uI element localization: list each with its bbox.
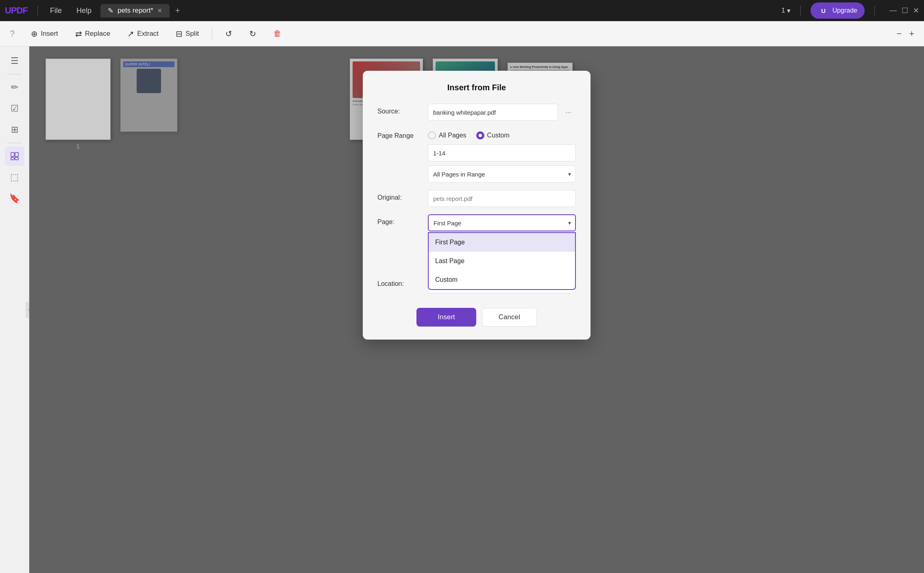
split-label: Split xyxy=(185,30,199,38)
cancel-button[interactable]: Cancel xyxy=(482,308,537,327)
replace-button[interactable]: ⇄ Replace xyxy=(68,26,118,42)
page-range-control: All Pages Custom xyxy=(428,128,576,183)
help-icon[interactable]: ? xyxy=(10,28,15,39)
upgrade-button[interactable]: U Upgrade xyxy=(811,2,865,19)
toolbar-right: − + xyxy=(896,28,914,39)
split-icon: ⊟ xyxy=(176,29,183,39)
tab-label: pets report* xyxy=(118,7,153,15)
page-nav-arrow[interactable]: ▾ xyxy=(787,7,791,15)
user-avatar: U xyxy=(818,5,829,16)
source-more-button[interactable]: ··· xyxy=(561,105,576,120)
page-dropdown-control: First Page Last Page Custom ▾ First Page… xyxy=(428,214,576,231)
extract-button[interactable]: ↗ Extract xyxy=(120,26,166,42)
svg-rect-1 xyxy=(15,153,18,157)
insert-button[interactable]: ⊕ Insert xyxy=(24,26,65,42)
page-number: 1 xyxy=(781,7,785,15)
location-label: Location: xyxy=(377,276,422,288)
sidebar-item-organize[interactable]: ⊞ xyxy=(5,120,24,139)
zoom-in-button[interactable]: + xyxy=(909,28,914,39)
all-pages-option[interactable]: All Pages xyxy=(428,131,466,139)
sidebar-separator-2 xyxy=(7,143,22,143)
rotate-left-icon: ↺ xyxy=(225,29,232,39)
source-control: ··· xyxy=(428,104,576,121)
all-pages-label: All Pages xyxy=(439,132,466,139)
upgrade-label: Upgrade xyxy=(832,7,857,14)
page-range-row: Page Range All Pages Custom xyxy=(377,128,576,183)
replace-icon: ⇄ xyxy=(75,29,82,39)
tab-icon: ✎ xyxy=(108,7,113,15)
radio-group: All Pages Custom xyxy=(428,128,576,139)
dialog-title: Insert from File xyxy=(377,83,576,92)
page-label: Page: xyxy=(377,214,422,226)
menu-file[interactable]: File xyxy=(44,5,68,17)
split-button[interactable]: ⊟ Split xyxy=(168,26,206,42)
source-label: Source: xyxy=(377,104,422,115)
page-navigator[interactable]: 1 ▾ xyxy=(781,7,790,15)
dropdown-first-page[interactable]: First Page xyxy=(429,233,575,252)
menu-help[interactable]: Help xyxy=(71,5,97,17)
svg-rect-3 xyxy=(15,157,18,160)
range-dropdown[interactable]: All Pages in Range xyxy=(428,166,576,183)
insert-icon: ⊕ xyxy=(31,29,38,39)
sidebar-item-pages[interactable]: ☰ xyxy=(5,51,24,71)
window-controls: — ☐ ✕ xyxy=(889,6,919,15)
rotate-right-button[interactable]: ↻ xyxy=(242,26,264,42)
custom-label: Custom xyxy=(487,132,510,139)
insert-button[interactable]: Insert xyxy=(416,308,476,327)
page-row: Page: First Page Last Page Custom ▾ xyxy=(377,214,576,231)
app-logo: UPDF xyxy=(5,5,28,16)
rotate-right-icon: ↻ xyxy=(249,29,256,39)
sidebar-separator-1 xyxy=(7,74,22,74)
original-control xyxy=(428,190,576,207)
sidebar-item-edit[interactable]: ✏ xyxy=(5,78,24,97)
toolbar-separator xyxy=(212,28,212,39)
dialog-buttons: Insert Cancel xyxy=(377,308,576,327)
main-area: ☰ ✏ ☑ ⊞ ⬚ 🔖 › 1 xyxy=(0,46,924,573)
custom-option[interactable]: Custom xyxy=(476,131,510,139)
zoom-out-button[interactable]: − xyxy=(896,28,902,39)
sep2 xyxy=(800,6,801,15)
delete-icon: 🗑 xyxy=(273,29,281,38)
svg-rect-2 xyxy=(11,157,14,160)
new-tab-button[interactable]: + xyxy=(175,6,180,15)
content-area: 1 SUPER INTELI Animals Helping People xyxy=(29,46,924,573)
page-dropdown[interactable]: First Page Last Page Custom xyxy=(428,214,576,231)
more-icon: ··· xyxy=(565,108,571,117)
page-range-label: Page Range xyxy=(377,128,422,139)
original-input[interactable] xyxy=(428,190,576,207)
titlebar-separator xyxy=(37,6,38,15)
rotate-left-button[interactable]: ↺ xyxy=(218,26,240,42)
sidebar-item-comment[interactable]: ☑ xyxy=(5,99,24,118)
active-tab[interactable]: ✎ pets report* ✕ xyxy=(100,4,170,17)
sep3 xyxy=(874,6,875,15)
original-row: Original: xyxy=(377,190,576,207)
avatar-letter: U xyxy=(821,7,826,14)
tab-close-button[interactable]: ✕ xyxy=(157,7,162,14)
custom-radio[interactable] xyxy=(476,131,484,139)
range-input[interactable] xyxy=(428,144,576,161)
titlebar-right: 1 ▾ U Upgrade — ☐ ✕ xyxy=(781,2,919,19)
range-dropdown-wrapper: All Pages in Range ▾ xyxy=(428,166,576,183)
dropdown-last-page[interactable]: Last Page xyxy=(429,252,575,270)
source-row: Source: ··· xyxy=(377,104,576,121)
sidebar: ☰ ✏ ☑ ⊞ ⬚ 🔖 › xyxy=(0,46,29,573)
insert-label: Insert xyxy=(41,30,58,38)
source-input[interactable] xyxy=(428,104,558,121)
extract-icon: ↗ xyxy=(127,29,134,39)
insert-from-file-dialog: Insert from File Source: ··· xyxy=(363,71,591,340)
dropdown-custom[interactable]: Custom xyxy=(429,270,575,289)
maximize-button[interactable]: ☐ xyxy=(902,6,908,15)
extract-label: Extract xyxy=(137,30,159,38)
minimize-button[interactable]: — xyxy=(889,6,897,15)
sidebar-item-convert[interactable]: ⬚ xyxy=(5,168,24,187)
toolbar: ? ⊕ Insert ⇄ Replace ↗ Extract ⊟ Split ↺… xyxy=(0,21,924,46)
page-dropdown-list: First Page Last Page Custom xyxy=(428,232,576,290)
delete-button[interactable]: 🗑 xyxy=(266,26,289,41)
close-button[interactable]: ✕ xyxy=(913,6,919,15)
sidebar-item-bookmark[interactable]: 🔖 xyxy=(5,189,24,208)
svg-rect-0 xyxy=(11,153,14,157)
sidebar-item-active[interactable] xyxy=(5,146,24,166)
page-select-wrapper: First Page Last Page Custom ▾ xyxy=(428,214,576,231)
all-pages-radio[interactable] xyxy=(428,131,436,139)
dialog-overlay: Insert from File Source: ··· xyxy=(29,46,924,573)
